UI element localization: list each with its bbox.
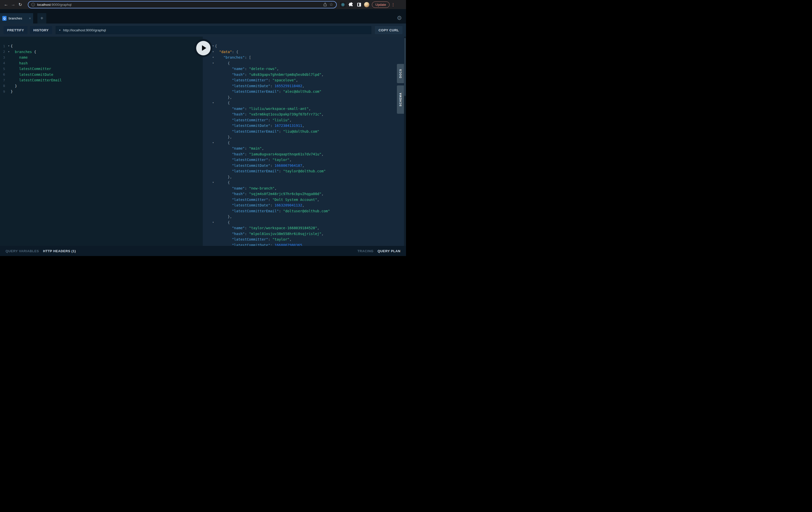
fold-arrow-icon[interactable]: ▼ [211,51,215,53]
code-text: "latestCommitDate": 1672384131911, [215,123,304,129]
code-text: "latestCommitter": "Dolt System Account"… [215,197,319,203]
query-line: 7 latestCommitterEmail [0,77,203,83]
code-text: "latestCommitterEmail": "liu@dolthub.com… [215,129,319,134]
result-line: ▼ { [203,140,406,146]
fold-arrow-icon[interactable]: ▼ [211,221,215,223]
share-icon[interactable] [323,2,327,6]
query-line: 1▼{ [0,43,203,49]
fold-arrow-icon[interactable]: ▼ [211,56,215,58]
line-number: 7 [0,78,5,82]
query-editor[interactable]: 1▼{2▼ branches {3 name4 hash5 latestComm… [0,37,203,246]
result-line: "hash": "sqjm4s0f2m48rjc97hr6cbpv2hqga00… [203,191,406,197]
result-line: "hash": "mlpol81osjuv38m558hr6i0sqjrisle… [203,231,406,237]
screen: ← → ↻ i localhost:9000/graphql ☆ [0,0,406,256]
session-tab-branches[interactable]: Q branches × [0,13,33,24]
result-line: "latestCommitDate": 1655259118402, [203,83,406,89]
fold-arrow-icon[interactable]: ▼ [211,62,215,64]
bottom-bar: QUERY VARIABLES HTTP HEADERS (1) TRACING… [0,246,406,256]
code-text: "hash": "va5rm6kqt1osu3pakp739gf67bfrr71… [215,112,324,117]
copy-curl-button[interactable]: COPY CURL [375,26,403,34]
http-headers-tab[interactable]: HTTP HEADERS (1) [43,249,76,253]
code-text: }, [215,134,232,140]
history-button[interactable]: HISTORY [30,26,52,34]
code-text: "name": "main", [215,146,264,151]
code-text: "latestCommitDate": 1668067980365, [215,242,304,246]
code-text: "latestCommitterEmail": "taylor@dolthub.… [215,168,326,174]
result-line: "latestCommitter": "taylor", [203,157,406,163]
result-line: "hash": "u8s83gapv7ghnbmrtpm8q5es0dbl7lp… [203,72,406,78]
result-viewer: ▼{▼ "data": {▼ "branches": [▼ { "name": … [203,37,406,246]
query-variables-tab[interactable]: QUERY VARIABLES [5,249,39,253]
code-text: "hash": "mlpol81osjuv38m558hr6i0sqjrisle… [215,231,324,237]
result-line: ▼ "branches": [ [203,55,406,60]
code-text: "name": "new-branch", [215,185,277,191]
endpoint-url: http://localhost:9000/graphql [63,28,106,32]
fold-arrow-icon[interactable]: ▼ [211,181,215,183]
playground-tabstrip: Q branches × + ⚙ [0,9,406,24]
code-text: { [10,43,12,49]
code-text: }, [215,174,232,180]
code-text: { [215,180,230,185]
react-atom-icon [341,2,345,7]
code-text: "latestCommitterEmail": "doltuser@dolthu… [215,208,330,214]
side-panel-icon[interactable] [357,3,361,6]
new-tab-button[interactable]: + [37,13,46,24]
code-text: { [215,140,230,146]
docs-side-tab[interactable]: DOCS [397,64,404,83]
result-scrollbar[interactable] [404,37,406,246]
result-line: "hash": "va5rm6kqt1osu3pakp739gf67bfrr71… [203,112,406,117]
code-text: "latestCommitter": "taylor", [215,237,291,242]
query-plan-tab[interactable]: QUERY PLAN [377,249,401,253]
line-number: 9 [0,90,5,93]
site-info-icon[interactable]: i [31,3,35,6]
reload-icon[interactable]: ↻ [17,1,24,8]
url-host: localhost [37,3,51,6]
fold-arrow-icon[interactable]: ▼ [211,102,215,104]
result-line: "latestCommitter": "taylor", [203,237,406,242]
browser-menu-icon[interactable]: ⋮ [391,2,395,7]
result-scrollbar-thumb[interactable] [404,38,406,96]
code-text: "hash": "sqjm4s0f2m48rjc97hr6cbpv2hqga00… [215,191,324,197]
profile-avatar[interactable] [364,2,369,7]
result-line: "name": "liuliu/workspace-small-ant", [203,106,406,112]
code-text: { [215,220,230,225]
result-line: }, [203,134,406,140]
fold-arrow-icon[interactable]: ▼ [211,142,215,144]
forward-icon[interactable]: → [9,1,17,8]
code-text: latestCommitDate [10,72,53,78]
code-text: "hash": "u8s83gapv7ghnbmrtpm8q5es0dbl7lp… [215,72,324,78]
fold-arrow-icon[interactable]: ▼ [7,45,10,47]
react-devtools-extension-icon[interactable] [340,2,346,7]
schema-side-tab[interactable]: SCHEMA [397,85,404,114]
bookmark-star-icon[interactable]: ☆ [329,2,333,6]
code-text: "name": "liuliu/workspace-small-ant", [215,106,311,112]
code-text: { [215,43,217,49]
result-line: "latestCommitter": "Dolt System Account"… [203,197,406,203]
query-line: 6 latestCommitDate [0,72,203,78]
query-line: 9} [0,89,203,94]
address-bar[interactable]: i localhost:9000/graphql ☆ [28,1,337,8]
tab-title: branches [8,17,27,20]
tab-close-icon[interactable]: × [29,17,31,20]
result-line: "hash": "1amu8ugvars4oqaapthnqe61s7dv741… [203,151,406,157]
query-line: 2▼ branches { [0,49,203,55]
update-button[interactable]: Update [372,1,389,8]
tracing-tab[interactable]: TRACING [357,249,373,253]
back-icon[interactable]: ← [2,1,9,8]
fold-arrow-icon[interactable]: ▼ [7,51,10,53]
prettify-button[interactable]: PRETTIFY [3,26,28,34]
line-number: 6 [0,72,5,76]
execute-query-button[interactable] [194,39,212,57]
code-text: "name": "delete-rows", [215,66,279,72]
line-number: 1 [0,44,5,48]
code-text: } [10,89,12,94]
result-line: "name": "new-branch", [203,185,406,191]
query-line: 5 latestCommitter [0,66,203,72]
result-line: "latestCommitterEmail": "taylor@dolthub.… [203,168,406,174]
query-line: 3 name [0,55,203,60]
result-line: "latestCommitter": "spacelove", [203,77,406,83]
settings-gear-icon[interactable]: ⚙ [397,15,402,21]
extensions-puzzle-icon[interactable] [348,1,354,7]
code-text: "latestCommitDate": 1668067964187, [215,163,304,169]
endpoint-input[interactable]: ● http://localhost:9000/graphql [56,26,371,34]
